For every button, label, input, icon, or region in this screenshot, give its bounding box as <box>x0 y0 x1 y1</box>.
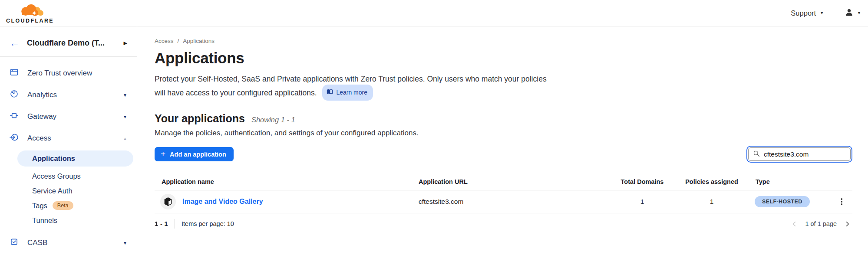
cloudflare-logo[interactable]: CLOUDFLARE <box>6 3 54 24</box>
support-label: Support <box>791 9 816 17</box>
support-menu[interactable]: Support ▼ <box>791 9 824 17</box>
chevron-down-icon: ▼ <box>123 93 127 98</box>
applications-table: Application name Application URL Total D… <box>155 173 852 213</box>
sidebar-item-label: Tags <box>32 202 47 210</box>
chevron-down-icon: ▼ <box>123 114 127 119</box>
cloud-check-icon <box>10 237 19 248</box>
items-range: 1 - 1 <box>155 220 168 227</box>
sidebar-item-label: Gateway <box>27 112 114 121</box>
footer-divider <box>175 219 175 229</box>
sidebar-nav: Zero Trust overview Analytics ▼ Gateway … <box>0 57 137 254</box>
sidebar-item-access[interactable]: Access ▲ <box>0 128 137 149</box>
column-type: Type <box>749 178 831 185</box>
main-content: Access / Applications Applications Prote… <box>137 26 868 255</box>
search-input[interactable] <box>764 150 846 158</box>
sidebar-item-label: Access Groups <box>32 172 81 180</box>
type-badge: SELF-HOSTED <box>755 196 810 207</box>
app-cube-icon <box>160 194 176 209</box>
beta-badge: Beta <box>53 201 73 210</box>
top-header: CLOUDFLARE Support ▼ ▼ <box>0 0 868 26</box>
sidebar-item-label: Analytics <box>27 91 114 99</box>
row-actions-kebab-icon[interactable] <box>839 196 845 207</box>
chevron-up-icon: ▲ <box>123 136 127 141</box>
sidebar-item-label: Applications <box>32 154 75 163</box>
page-status: 1 of 1 page <box>805 220 837 227</box>
section-description: Manage the policies, authentication, and… <box>155 129 852 137</box>
breadcrumb-access[interactable]: Access <box>155 38 174 44</box>
cloudflare-cloud-icon <box>14 3 46 18</box>
previous-page-icon[interactable] <box>791 221 798 227</box>
column-application-name: Application name <box>155 178 419 185</box>
sidebar-item-label: Service Auth <box>32 187 73 195</box>
sidebar-item-analytics[interactable]: Analytics ▼ <box>0 84 137 106</box>
sidebar-item-zero-trust-overview[interactable]: Zero Trust overview <box>0 62 137 84</box>
chevron-down-icon: ▼ <box>820 11 824 15</box>
next-page-icon[interactable] <box>844 221 851 227</box>
column-policies-assigned: Policies assigned <box>675 178 749 185</box>
window-icon <box>10 68 19 79</box>
chevron-down-icon: ▼ <box>123 241 127 245</box>
application-url: cftestsite3.com <box>419 198 610 206</box>
sidebar-item-tags[interactable]: Tags Beta <box>0 198 137 213</box>
sidebar-item-label: Access <box>27 134 114 143</box>
sidebar-item-label: CASB <box>27 239 114 247</box>
chevron-right-icon[interactable]: ▶ <box>124 40 127 46</box>
gateway-icon <box>10 111 19 122</box>
toolbar: + Add an application <box>155 146 852 163</box>
sidebar-item-casb[interactable]: CASB ▼ <box>0 232 137 254</box>
sidebar-item-label: Tunnels <box>32 216 57 225</box>
chevron-down-icon: ▼ <box>857 11 861 15</box>
account-menu[interactable]: ▼ <box>845 8 861 19</box>
add-application-button[interactable]: + Add an application <box>155 147 234 161</box>
page-title: Applications <box>155 49 852 67</box>
cloudflare-wordmark: CLOUDFLARE <box>6 18 54 24</box>
search-icon <box>753 150 760 159</box>
pie-chart-icon <box>10 89 19 101</box>
sidebar-item-applications[interactable]: Applications <box>17 150 133 167</box>
total-domains-value: 1 <box>610 198 675 206</box>
sidebar-item-service-auth[interactable]: Service Auth <box>0 183 137 198</box>
column-application-url: Application URL <box>419 178 610 185</box>
sidebar-item-access-groups[interactable]: Access Groups <box>0 169 137 183</box>
sidebar-item-tunnels[interactable]: Tunnels <box>0 213 137 228</box>
breadcrumb-applications[interactable]: Applications <box>183 38 215 44</box>
sidebar-item-gateway[interactable]: Gateway ▼ <box>0 106 137 128</box>
login-arrow-icon <box>10 133 19 144</box>
table-row: Image and Video Gallery cftestsite3.com … <box>155 190 852 213</box>
sidebar-item-label: Zero Trust overview <box>27 69 127 78</box>
items-per-page: Items per page: 10 <box>182 220 234 227</box>
book-icon <box>327 86 333 99</box>
sidebar: ← Cloudflare Demo (T... ▶ Zero Trust ove… <box>0 26 137 255</box>
plus-icon: + <box>161 150 165 158</box>
user-icon <box>845 8 854 19</box>
page-description: Protect your Self-Hosted, SaaS and Priva… <box>155 72 548 101</box>
showing-count: Showing 1 - 1 <box>251 116 295 124</box>
breadcrumb-separator: / <box>178 38 179 44</box>
table-footer: 1 - 1 Items per page: 10 1 of 1 page <box>155 219 852 229</box>
column-total-domains: Total Domains <box>610 178 675 185</box>
policies-assigned-value: 1 <box>675 198 749 206</box>
add-application-label: Add an application <box>170 151 226 158</box>
back-arrow-icon[interactable]: ← <box>10 38 20 48</box>
access-subnav: Applications Access Groups Service Auth … <box>0 150 137 228</box>
application-name-link[interactable]: Image and Video Gallery <box>182 198 263 206</box>
search-focus-ring <box>746 146 852 163</box>
table-header-row: Application name Application URL Total D… <box>155 173 852 190</box>
account-name: Cloudflare Demo (T... <box>27 39 116 48</box>
breadcrumb: Access / Applications <box>155 38 852 44</box>
section-title: Your applications <box>155 112 245 125</box>
account-switcher[interactable]: ← Cloudflare Demo (T... ▶ <box>0 26 137 56</box>
learn-more-button[interactable]: Learn more <box>322 85 373 101</box>
learn-more-label: Learn more <box>336 86 367 99</box>
